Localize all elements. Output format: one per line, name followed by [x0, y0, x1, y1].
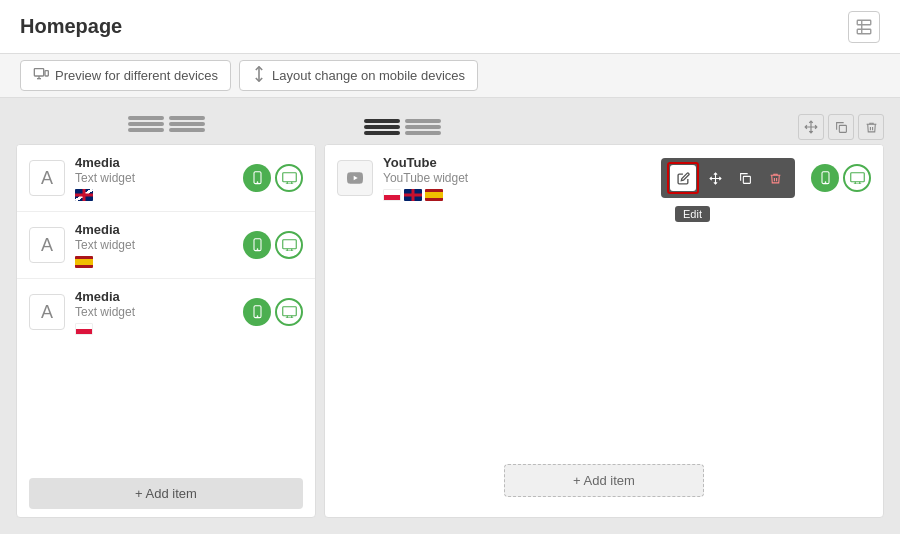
copy-action-button[interactable]: [731, 164, 759, 192]
page-toolbar: Preview for different devices Layout cha…: [0, 54, 900, 98]
right-col-drag-handle[interactable]: [364, 119, 400, 135]
main-content: A 4media Text widget: [0, 98, 900, 534]
preview-label: Preview for different devices: [55, 68, 218, 83]
right-column: YouTube YouTube widget: [324, 144, 884, 518]
delete-action-button[interactable]: [761, 164, 789, 192]
action-toolbar: Edit: [661, 158, 795, 198]
svg-point-19: [256, 316, 257, 317]
widget-icon: A: [29, 160, 65, 196]
desktop-toggle-button[interactable]: [275, 231, 303, 259]
right-widget-list: YouTube YouTube widget: [325, 145, 883, 444]
left-col-drag-handle-2[interactable]: [169, 116, 205, 132]
widget-icon: A: [29, 227, 65, 263]
widget-item: A 4media Text widget: [17, 212, 315, 279]
svg-rect-1: [45, 71, 48, 76]
svg-rect-28: [850, 173, 864, 182]
layout-mobile-button[interactable]: Layout change on mobile devices: [239, 60, 478, 91]
desktop-toggle-button[interactable]: [275, 164, 303, 192]
left-col-drag-handle[interactable]: [128, 116, 164, 132]
drag-button[interactable]: [701, 164, 729, 192]
widget-flags: [75, 323, 233, 335]
col-delete-button[interactable]: [858, 114, 884, 140]
svg-rect-14: [282, 240, 296, 249]
svg-rect-20: [282, 307, 296, 316]
youtube-controls: [811, 164, 871, 192]
svg-rect-5: [839, 125, 846, 132]
widget-item: A 4media Text widget: [17, 279, 315, 345]
right-col-drag-handle-2[interactable]: [405, 119, 441, 135]
youtube-icon: [337, 160, 373, 196]
flag-pl: [75, 323, 93, 335]
left-add-item-button[interactable]: + Add item: [29, 478, 303, 509]
widget-name: 4media: [75, 222, 233, 237]
widget-controls: [243, 298, 303, 326]
flag-uk: [75, 189, 93, 201]
youtube-desktop-button[interactable]: [843, 164, 871, 192]
page-header: Homepage: [0, 0, 900, 54]
widget-name: 4media: [75, 155, 233, 170]
widget-type: Text widget: [75, 238, 233, 252]
left-column: A 4media Text widget: [16, 144, 316, 518]
page-title: Homepage: [20, 15, 122, 38]
edit-tooltip: Edit: [675, 206, 710, 222]
col-move-button[interactable]: [798, 114, 824, 140]
widget-info: 4media Text widget: [75, 155, 233, 201]
columns-container: A 4media Text widget: [16, 144, 884, 518]
edit-btn-wrapper: [667, 162, 699, 194]
widget-flags: [75, 189, 233, 201]
svg-point-27: [824, 182, 825, 183]
widget-icon: A: [29, 294, 65, 330]
svg-point-13: [256, 249, 257, 250]
svg-rect-25: [743, 176, 750, 183]
preview-icon: [33, 66, 49, 85]
widget-item: A 4media Text widget: [17, 145, 315, 212]
mobile-toggle-button[interactable]: [243, 298, 271, 326]
settings-button[interactable]: [848, 11, 880, 43]
youtube-widget-item: YouTube YouTube widget: [325, 145, 883, 211]
widget-info: 4media Text widget: [75, 289, 233, 335]
svg-rect-0: [34, 69, 43, 76]
youtube-mobile-button[interactable]: [811, 164, 839, 192]
widget-controls: [243, 164, 303, 192]
left-widget-list: A 4media Text widget: [17, 145, 315, 470]
widget-type: Text widget: [75, 305, 233, 319]
right-add-item-button[interactable]: + Add item: [504, 464, 704, 497]
layout-icon: [252, 66, 266, 85]
widget-type: Text widget: [75, 171, 233, 185]
mobile-toggle-button[interactable]: [243, 231, 271, 259]
edit-button[interactable]: [670, 165, 696, 191]
widget-name: 4media: [75, 289, 233, 304]
widget-flags: [75, 256, 233, 268]
svg-point-7: [256, 182, 257, 183]
widget-info: 4media Text widget: [75, 222, 233, 268]
desktop-toggle-button[interactable]: [275, 298, 303, 326]
widget-controls: [243, 231, 303, 259]
col-copy-button[interactable]: [828, 114, 854, 140]
flag-es: [75, 256, 93, 268]
svg-rect-8: [282, 173, 296, 182]
preview-devices-button[interactable]: Preview for different devices: [20, 60, 231, 91]
mobile-toggle-button[interactable]: [243, 164, 271, 192]
layout-label: Layout change on mobile devices: [272, 68, 465, 83]
